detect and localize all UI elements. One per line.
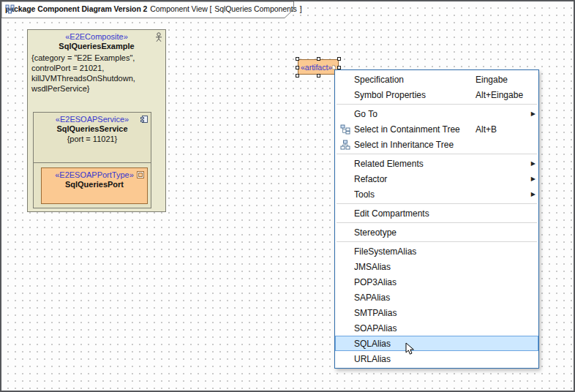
- menu-item-specification[interactable]: Specification Eingabe: [335, 72, 538, 87]
- menu-item-edit-compartments[interactable]: Edit Compartments: [335, 206, 538, 221]
- frame-title: package Component Diagram Version 2: [5, 4, 147, 13]
- porttype-name: SqlQueriesPort: [42, 179, 147, 189]
- diagram-window: package Component Diagram Version 2 Comp…: [0, 0, 575, 392]
- menu-item-symbol-properties[interactable]: Symbol Properties Alt+Eingabe: [335, 87, 538, 102]
- submenu-arrow-icon: ▶: [527, 106, 535, 121]
- menu-item-select-in-containment-tree[interactable]: Select in Containment Tree Alt+B: [335, 121, 538, 137]
- menu-item-refactor[interactable]: Refactor ▶: [335, 171, 538, 186]
- menu-shortcut: Alt+B: [476, 124, 527, 135]
- menu-separator: [337, 222, 537, 223]
- submenu-arrow-icon: ▶: [527, 156, 535, 171]
- diagram-frame-header: package Component Diagram Version 2 Comp…: [1, 1, 294, 18]
- component-sqlqueriesservice[interactable]: «E2ESOAPService» SqlQueriesService {port…: [33, 112, 151, 208]
- menu-item-sapalias[interactable]: SAPAlias: [335, 290, 538, 305]
- menu-item-smtpalias[interactable]: SMTPAlias: [335, 305, 538, 320]
- menu-separator: [337, 203, 537, 204]
- frame-view-label: Component View [: [150, 4, 211, 13]
- containment-tree-icon: [340, 124, 350, 135]
- service-properties: {port = 11021}: [34, 133, 151, 143]
- menu-separator: [337, 104, 537, 105]
- menu-shortcut: Alt+Eingabe: [476, 90, 527, 100]
- menu-item-tools[interactable]: Tools ▶: [335, 186, 538, 202]
- resize-handle-top-left[interactable]: [296, 57, 299, 61]
- menu-item-go-to[interactable]: Go To ▶: [335, 106, 538, 121]
- component-sqlqueriesport[interactable]: «E2ESOAPPortType» SqlQueriesPort: [41, 167, 148, 204]
- mouse-cursor-icon: [405, 342, 418, 355]
- resize-handle-top-middle[interactable]: [317, 57, 320, 61]
- context-menu: Specification Eingabe Symbol Properties …: [334, 69, 539, 369]
- menu-separator: [337, 154, 537, 154]
- menu-item-filesystemalias[interactable]: FileSystemAlias: [335, 244, 538, 259]
- menu-item-sqlalias[interactable]: SQLAlias: [335, 336, 538, 351]
- menu-item-soapalias[interactable]: SOAPAlias: [335, 320, 538, 336]
- compartment-separator: [34, 162, 151, 163]
- inheritance-tree-icon: [340, 140, 350, 150]
- component-sqlqueriesexample[interactable]: «E2EComposite» SqlQueriesExample {catego…: [27, 29, 166, 212]
- submenu-arrow-icon: ▶: [527, 186, 535, 202]
- menu-item-jmsalias[interactable]: JMSAlias: [335, 259, 538, 274]
- menu-item-urlalias[interactable]: URLAlias: [335, 351, 538, 366]
- menu-item-pop3alias[interactable]: POP3Alias: [335, 274, 538, 290]
- composite-icon: [154, 32, 163, 44]
- composite-name: SqlQueriesExample: [28, 41, 165, 50]
- resize-handle-middle-left[interactable]: [296, 66, 299, 69]
- artifact-element[interactable]: «artifact»: [298, 59, 339, 75]
- porttype-stereotype: «E2ESOAPPortType»: [42, 168, 147, 179]
- component-diagram-icon: [5, 4, 15, 14]
- service-stereotype: «E2ESOAPService»: [34, 113, 151, 124]
- frame-diagram-name: SqlQueries Components: [214, 4, 296, 13]
- menu-item-related-elements[interactable]: Related Elements ▶: [335, 156, 538, 171]
- service-name: SqlQueriesService: [34, 124, 151, 133]
- submenu-arrow-icon: ▶: [527, 171, 535, 186]
- porttype-icon: [136, 170, 145, 181]
- menu-shortcut: Eingabe: [476, 75, 527, 85]
- resize-handle-bottom-middle[interactable]: [317, 74, 320, 78]
- artifact-stereotype: «artifact»: [298, 63, 332, 72]
- menu-separator: [337, 241, 537, 242]
- resize-handle-top-right[interactable]: [337, 57, 341, 61]
- frame-bracket-close: ]: [300, 4, 302, 13]
- menu-item-select-in-inheritance-tree[interactable]: Select in Inheritance Tree: [335, 137, 538, 152]
- composite-stereotype: «E2EComposite»: [28, 30, 165, 41]
- resize-handle-bottom-left[interactable]: [296, 74, 299, 78]
- composite-properties: {category = "E2E Examples", controlPort …: [28, 50, 165, 94]
- service-icon: [140, 115, 149, 125]
- menu-item-stereotype[interactable]: Stereotype: [335, 225, 538, 240]
